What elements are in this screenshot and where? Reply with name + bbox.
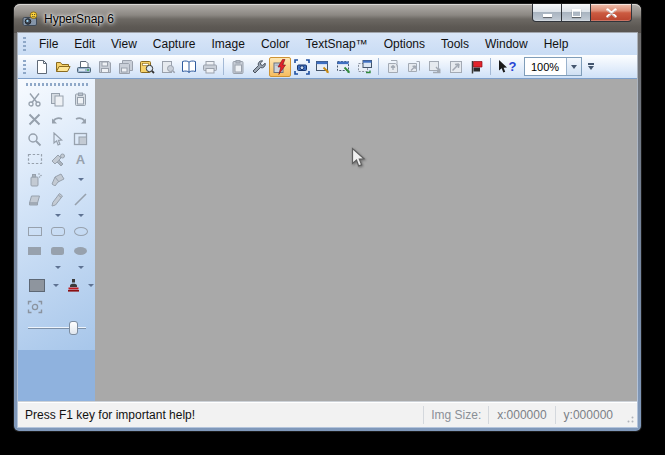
- highlight-tool[interactable]: [48, 170, 67, 188]
- window-title: HyperSnap 6: [44, 12, 114, 26]
- resize-grip-icon[interactable]: [623, 412, 635, 424]
- highlight-options[interactable]: [71, 170, 90, 188]
- toolbar-grip[interactable]: [23, 60, 26, 74]
- focus-tool[interactable]: [25, 298, 44, 316]
- copy-tool[interactable]: [48, 90, 67, 108]
- redo-tool[interactable]: [71, 110, 90, 128]
- overflow-bar-icon: [588, 63, 594, 65]
- window-controls: [532, 4, 632, 22]
- new-button[interactable]: [31, 57, 52, 77]
- menu-item-help[interactable]: Help: [536, 35, 577, 53]
- zoom-combobox[interactable]: 100%: [524, 57, 582, 76]
- menu-item-options[interactable]: Options: [376, 35, 433, 53]
- paste-icon: [73, 92, 88, 107]
- menu-item-image[interactable]: Image: [204, 35, 253, 53]
- cut-tool[interactable]: [25, 90, 44, 108]
- quick-capture-button[interactable]: [269, 57, 291, 77]
- printer-icon: [202, 59, 218, 75]
- region-capture-button[interactable]: [333, 57, 354, 77]
- text-tool[interactable]: A: [71, 150, 90, 168]
- color-swatch-options[interactable]: [52, 276, 60, 294]
- chevron-down-icon: [571, 65, 577, 69]
- browse-thumbnails-button[interactable]: [136, 57, 157, 77]
- print-preview-button[interactable]: [157, 57, 178, 77]
- menu-item-textsnap[interactable]: TextSnap™: [298, 35, 376, 53]
- copy-icon: [50, 92, 65, 107]
- upload-3-button[interactable]: [424, 57, 445, 77]
- send-page-icon: [385, 59, 401, 75]
- upload-2-button[interactable]: [403, 57, 424, 77]
- fill-options[interactable]: [71, 262, 90, 272]
- selection-rect-tool[interactable]: [25, 150, 44, 168]
- drawing-toolbar-grip[interactable]: [26, 83, 88, 86]
- capture-lightning-icon: [272, 59, 288, 75]
- filled-rounded-rectangle-tool[interactable]: [48, 242, 67, 260]
- camera-brackets-icon: [294, 59, 310, 75]
- color-swatch-picker[interactable]: [25, 276, 48, 294]
- menu-item-color[interactable]: Color: [253, 35, 298, 53]
- open-button[interactable]: [52, 57, 73, 77]
- menu-item-window[interactable]: Window: [477, 35, 536, 53]
- toolbar-overflow-button[interactable]: [588, 63, 594, 70]
- menu-item-view[interactable]: View: [103, 35, 145, 53]
- chevron-down-icon: [55, 214, 61, 217]
- titlebar[interactable]: HyperSnap 6: [14, 4, 641, 33]
- print-button[interactable]: [199, 57, 220, 77]
- select-tool[interactable]: [48, 130, 67, 148]
- upload-1-button[interactable]: [382, 57, 403, 77]
- stamp-tool[interactable]: [64, 276, 83, 294]
- save-all-button[interactable]: [115, 57, 136, 77]
- close-button[interactable]: [590, 4, 632, 22]
- line-tool[interactable]: [71, 190, 90, 208]
- zoom-dropdown-button[interactable]: [566, 58, 581, 75]
- upload-4-button[interactable]: [445, 57, 466, 77]
- slider-handle[interactable]: [69, 321, 78, 335]
- open-book-icon: [181, 59, 197, 75]
- acquire-button[interactable]: [73, 57, 94, 77]
- line-options[interactable]: [71, 210, 90, 220]
- context-help-button[interactable]: ?: [494, 57, 520, 77]
- setup-button[interactable]: [248, 57, 269, 77]
- rounded-rectangle-tool[interactable]: [48, 222, 67, 240]
- shape-options[interactable]: [48, 262, 67, 272]
- menu-item-file[interactable]: File: [31, 35, 66, 53]
- camera-capture-button[interactable]: [291, 57, 312, 77]
- paste-button[interactable]: [227, 57, 248, 77]
- color-tools[interactable]: [48, 150, 67, 168]
- filled-rectangle-icon: [28, 247, 41, 255]
- filled-rounded-rectangle-icon: [51, 247, 64, 255]
- paste-tool[interactable]: [71, 90, 90, 108]
- repeat-capture-icon: [357, 59, 373, 75]
- help-contents-button[interactable]: [178, 57, 199, 77]
- zoom-tool[interactable]: [25, 130, 44, 148]
- rectangle-tool[interactable]: [25, 222, 44, 240]
- save-button[interactable]: [94, 57, 115, 77]
- opacity-slider[interactable]: [28, 321, 86, 335]
- menubar-grip[interactable]: [23, 37, 26, 51]
- repeat-capture-button[interactable]: [354, 57, 375, 77]
- minimize-button[interactable]: [532, 4, 562, 22]
- magnifier-icon: [27, 132, 42, 147]
- fit-window-tool[interactable]: [71, 130, 90, 148]
- canvas-area[interactable]: [95, 79, 637, 401]
- maximize-button[interactable]: [562, 4, 590, 22]
- eraser-tool[interactable]: [25, 190, 44, 208]
- spray-tool[interactable]: [25, 170, 44, 188]
- menu-item-tools[interactable]: Tools: [433, 35, 477, 53]
- stop-flag-button[interactable]: [466, 57, 487, 77]
- ellipse-tool[interactable]: [71, 222, 90, 240]
- pencil-tool[interactable]: [48, 190, 67, 208]
- stamp-options[interactable]: [87, 276, 95, 294]
- undo-tool[interactable]: [48, 110, 67, 128]
- filled-ellipse-tool[interactable]: [71, 242, 90, 260]
- clipboard-icon: [230, 59, 246, 75]
- menu-item-edit[interactable]: Edit: [66, 35, 103, 53]
- highlighter-icon: [50, 172, 66, 186]
- delete-tool[interactable]: [25, 110, 44, 128]
- region-capture-icon: [336, 59, 352, 75]
- pencil-options[interactable]: [48, 210, 67, 220]
- menu-item-capture[interactable]: Capture: [145, 35, 204, 53]
- window-capture-button[interactable]: [312, 57, 333, 77]
- maximize-icon: [572, 9, 581, 17]
- filled-rectangle-tool[interactable]: [25, 242, 44, 260]
